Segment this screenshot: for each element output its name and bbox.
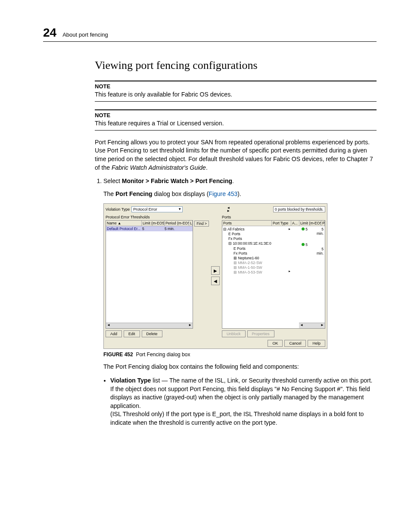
row-name: Default Protocol Er...: [106, 226, 141, 231]
step1-sub-bold: Port Fencing: [115, 190, 153, 197]
hscrollbar[interactable]: ◄►: [299, 323, 325, 328]
help-button[interactable]: Help: [308, 340, 325, 347]
port-fencing-dialog: Violation Type Protocol Error ◄► 0 ports…: [103, 203, 327, 349]
intro-end: .: [206, 164, 208, 171]
post-figure-paragraph: The Port Fencing dialog box contains the…: [103, 363, 377, 371]
step1-sub-end: ).: [237, 190, 241, 197]
col-period-meos-r[interactable]: Period (m-EO: [321, 221, 325, 226]
col-port-type[interactable]: Port Type: [272, 221, 291, 226]
status-dot-icon: [302, 243, 305, 246]
wedge-icon: ▸: [289, 269, 295, 273]
steps-list: Select Monitor > Fabric Watch > Port Fen…: [95, 177, 377, 186]
col-limit-meos-r[interactable]: Limit (m-EOS): [299, 221, 321, 226]
val-limit: 5: [305, 227, 308, 231]
edit-button[interactable]: Edit: [124, 330, 140, 337]
thresholds-table[interactable]: Name ▲ Limit (m-EOS) Period (m-EOS) Limi…: [106, 220, 193, 329]
step1-pre: Select: [103, 177, 122, 184]
ports-table[interactable]: Ports Port Type A... Limit (m-EOS) Perio…: [222, 220, 325, 329]
row-limit: 5: [141, 226, 164, 231]
assign-right-button[interactable]: ▶: [211, 266, 220, 275]
col-a[interactable]: A...: [291, 221, 299, 226]
tree-neptune[interactable]: ⊞ Neptune1-60: [223, 256, 271, 261]
tree-eports-2[interactable]: E Ports: [223, 246, 271, 251]
tree-mma1[interactable]: ⊞ MMA-1-50-SW: [223, 265, 271, 270]
note-body: This feature is only available for Fabri…: [95, 90, 377, 102]
page-header: 24 About port fencing: [43, 26, 377, 42]
add-button[interactable]: Add: [106, 330, 122, 337]
violation-type-label: Violation Type: [106, 207, 130, 212]
wedge-icon: ▸: [289, 227, 295, 231]
assign-left-button[interactable]: ◀: [211, 277, 220, 285]
intro-paragraph: Port Fencing allows you to protect your …: [95, 138, 377, 172]
tree-wwn[interactable]: ⊟ 10:00:00:05:1E:41:3E:0: [223, 241, 271, 246]
violation-type-combo[interactable]: Protocol Error: [131, 206, 183, 212]
col-period-meos[interactable]: Period (m-EOS): [165, 221, 189, 226]
val-period: 5 min.: [314, 227, 324, 236]
bullet-extra: (ISL Threshold only) If the port type is…: [110, 411, 364, 426]
tree-fxports-2[interactable]: Fx Ports: [223, 251, 271, 256]
col-name[interactable]: Name ▲: [106, 221, 142, 226]
tree-mma2[interactable]: ⊞ MMA-2-52-SW: [223, 261, 271, 265]
find-button[interactable]: Find >: [194, 221, 209, 227]
step1-sub-mid: dialog box displays (: [153, 190, 209, 197]
properties-button[interactable]: Properties: [247, 330, 274, 337]
figure-xref[interactable]: Figure 453: [209, 190, 237, 197]
delete-button[interactable]: Delete: [142, 330, 162, 337]
note-block-2: NOTE This feature requires a Trial or Li…: [95, 109, 377, 131]
figure-number: FIGURE 452: [103, 352, 133, 358]
note-body: This feature requires a Trial or License…: [95, 118, 377, 131]
unblock-button[interactable]: Unblock: [222, 330, 246, 337]
tree-fxports[interactable]: Fx Ports: [223, 236, 271, 241]
components-list: Violation Type list — The name of the IS…: [95, 376, 377, 427]
chapter-number: 24: [43, 26, 56, 40]
thresholds-title: Protocol Error Thresholds: [106, 215, 209, 219]
val-period: 5 min.: [314, 247, 324, 255]
section-heading: Viewing port fencing configurations: [95, 59, 377, 72]
col-ports[interactable]: Ports: [222, 221, 272, 226]
blocked-ports-status: 0 ports blocked by thresholds.: [273, 206, 325, 212]
bullet-term: Violation Type: [110, 377, 151, 384]
hscrollbar[interactable]: ◄►: [106, 323, 193, 328]
step-1: Select Monitor > Fabric Watch > Port Fen…: [103, 177, 377, 186]
splitter-handle-icon[interactable]: ◄►: [227, 206, 229, 212]
step1-sub-pre: The: [103, 190, 115, 197]
figure-caption-text: Port Fencing dialog box: [136, 352, 190, 358]
status-dot-icon: [302, 227, 305, 230]
col-limit-meos[interactable]: Limit (m-EOS): [142, 221, 165, 226]
note-block-1: NOTE This feature is only available for …: [95, 81, 377, 102]
note-label: NOTE: [95, 81, 377, 90]
chapter-title: About port fencing: [62, 31, 108, 38]
tree-eports[interactable]: E Ports: [223, 232, 271, 236]
chevron-right-icon: ▶: [214, 268, 217, 273]
threshold-row[interactable]: Default Protocol Er... 5 5 min.: [106, 226, 193, 231]
step1-post: .: [232, 177, 234, 184]
intro-doc-title: Fabric Watch Administrator's Guide: [112, 164, 206, 171]
figure-caption: FIGURE 452 Port Fencing dialog box: [103, 352, 377, 358]
note-label: NOTE: [95, 109, 377, 118]
step1-sub: The Port Fencing dialog box displays (Fi…: [103, 190, 377, 199]
chevron-left-icon: ◀: [214, 279, 217, 283]
tree-mma3[interactable]: ⊞ MMA-3-53-SW: [223, 270, 271, 275]
step1-menu-path: Monitor > Fabric Watch > Port Fencing: [122, 177, 232, 184]
row-period: 5 min.: [164, 226, 188, 231]
bullet-violation-type: Violation Type list — The name of the IS…: [110, 376, 377, 427]
cancel-button[interactable]: Cancel: [284, 340, 306, 347]
ok-button[interactable]: OK: [268, 340, 283, 347]
ports-title: Ports: [222, 215, 325, 219]
tree-all-fabrics[interactable]: ⊟ All Fabrics: [223, 227, 271, 232]
figure-452-image: Violation Type Protocol Error ◄► 0 ports…: [103, 203, 327, 349]
val-limit: 5: [305, 243, 308, 247]
col-limit-fos[interactable]: Limit (FOS): [189, 221, 193, 226]
